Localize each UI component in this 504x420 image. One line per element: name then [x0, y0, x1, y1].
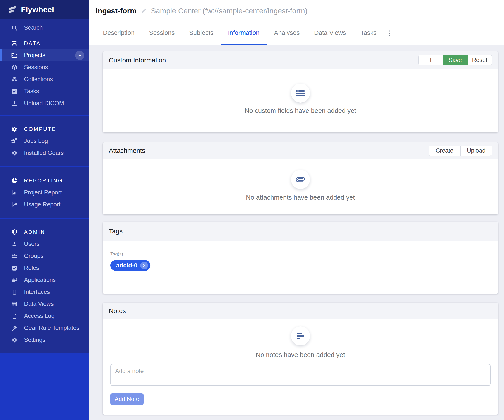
flywheel-app: Flywheel Search [0, 0, 504, 420]
sidebar-item-roles[interactable]: Roles [0, 262, 89, 274]
tab-analyses[interactable]: Analyses [267, 22, 307, 45]
tags-input[interactable] [110, 275, 491, 276]
list-icon [291, 84, 310, 103]
sidebar-item-label: Collections [24, 76, 53, 83]
tab-tasks[interactable]: Tasks [353, 22, 384, 45]
sidebar-item-label: Installed Gears [24, 150, 64, 157]
sidebar-item-label: Data Views [24, 301, 54, 307]
main-area: ingest-form Sample Center (fw://sample-c… [89, 0, 504, 420]
tab-sessions[interactable]: Sessions [142, 22, 182, 45]
gavel-icon [11, 325, 18, 331]
sidebar-item-sessions[interactable]: Sessions [0, 61, 89, 73]
gear-icon [11, 126, 18, 132]
sidebar-item-gear-rule-templates[interactable]: Gear Rule Templates [0, 322, 89, 334]
more-tabs-kebab-icon[interactable] [384, 22, 396, 45]
sidebar-section-compute: COMPUTE Jobs Log [0, 116, 89, 166]
sidebar-section-data: Search DATA [0, 19, 89, 115]
sidebar-item-label: Access Log [24, 313, 55, 319]
attachments-actions: Create Upload [429, 146, 492, 156]
sidebar: Flywheel Search [0, 0, 89, 420]
sidebar-item-label: Settings [24, 337, 45, 344]
notes-card: Notes No notes have been added yet [103, 303, 498, 414]
sidebar-item-jobs-log[interactable]: Jobs Log [0, 135, 89, 147]
sidebar-item-applications[interactable]: Applications [0, 274, 89, 286]
sidebar-item-collections[interactable]: Collections [0, 73, 89, 85]
create-button[interactable]: Create [429, 146, 460, 156]
empty-state-text: No custom fields have been added yet [245, 107, 356, 114]
sidebar-item-usage-report[interactable]: Usage Report [0, 198, 89, 210]
line-chart-icon [11, 202, 18, 208]
add-note-textarea[interactable] [110, 364, 491, 386]
sidebar-item-installed-gears[interactable]: Installed Gears [0, 147, 89, 159]
remove-tag-icon[interactable] [140, 262, 148, 269]
sidebar-item-label: Roles [24, 265, 39, 271]
folder-open-icon [11, 52, 18, 59]
empty-state-text: No notes have been added yet [256, 351, 345, 358]
document-icon [11, 313, 18, 319]
tab-subjects[interactable]: Subjects [182, 22, 221, 45]
sidebar-item-label: Groups [24, 253, 43, 259]
sidebar-item-label: Users [24, 241, 40, 247]
sidebar-section-header-data: DATA [0, 37, 89, 49]
sidebar-item-groups[interactable]: Groups [0, 250, 89, 262]
sidebar-item-tasks[interactable]: Tasks [0, 85, 89, 97]
attachments-card: Attachments Create Upload [103, 142, 498, 215]
sidebar-section-label: ADMIN [24, 229, 45, 235]
upload-icon [11, 100, 18, 106]
pie-chart-icon [11, 178, 18, 184]
search-icon [11, 25, 18, 31]
tab-data-views[interactable]: Data Views [307, 22, 353, 45]
tab-information[interactable]: Information [221, 22, 267, 45]
check-square-icon [11, 265, 18, 271]
reset-button[interactable]: Reset [468, 55, 492, 65]
paperclip-icon [291, 170, 310, 189]
sidebar-item-label: Tasks [24, 88, 39, 95]
bar-chart-icon [11, 190, 18, 196]
sidebar-item-label: Interfaces [24, 289, 50, 295]
custom-information-card: Custom Information + Save Reset [103, 52, 498, 132]
sidebar-section-label: DATA [24, 40, 41, 47]
sidebar-item-label: Search [24, 24, 43, 31]
add-note-button[interactable]: Add Note [110, 393, 144, 405]
sidebar-item-search[interactable]: Search [0, 22, 89, 34]
sidebar-section-admin: ADMIN Users [0, 219, 89, 353]
edit-pencil-icon[interactable] [141, 8, 147, 14]
sidebar-item-projects[interactable]: Projects [0, 49, 89, 61]
page-title: ingest-form [96, 6, 137, 15]
add-field-button[interactable]: + [418, 55, 443, 65]
notes-header: Notes [103, 303, 498, 319]
applications-icon [11, 277, 18, 283]
sidebar-item-label: Usage Report [24, 201, 60, 208]
card-title: Custom Information [109, 57, 166, 64]
tab-description[interactable]: Description [96, 22, 142, 45]
sidebar-item-label: Jobs Log [24, 138, 48, 145]
attachments-body: No attachments have been added yet [103, 159, 498, 215]
shield-icon [11, 229, 18, 235]
cubes-icon [11, 76, 18, 83]
card-title: Attachments [109, 147, 145, 154]
notes-body: No notes have been added yet Add Note [103, 319, 498, 414]
sidebar-item-upload-dicom[interactable]: Upload DICOM [0, 97, 89, 109]
sidebar-item-label: Upload DICOM [24, 100, 64, 107]
sidebar-item-access-log[interactable]: Access Log [0, 310, 89, 322]
sidebar-item-data-views[interactable]: Data Views [0, 298, 89, 310]
gears-icon [11, 138, 18, 145]
logo[interactable]: Flywheel [0, 0, 89, 19]
upload-button[interactable]: Upload [460, 146, 492, 156]
save-button[interactable]: Save [443, 55, 468, 65]
sidebar-item-settings[interactable]: Settings [0, 334, 89, 346]
sidebar-section-label: COMPUTE [24, 126, 56, 132]
sidebar-item-label: Projects [24, 52, 45, 59]
attachments-header: Attachments Create Upload [103, 142, 498, 159]
sidebar-item-label: Gear Rule Templates [24, 325, 79, 331]
tags-card: Tags Tag(s) adcid-0 [103, 222, 498, 294]
sidebar-item-interfaces[interactable]: Interfaces [0, 286, 89, 298]
sidebar-item-project-report[interactable]: Project Report [0, 187, 89, 198]
tab-bar: Description Sessions Subjects Informatio… [89, 22, 504, 45]
tag-chip[interactable]: adcid-0 [110, 260, 150, 271]
project-header: ingest-form Sample Center (fw://sample-c… [89, 0, 504, 22]
card-title: Tags [109, 228, 123, 235]
chevron-down-icon[interactable] [75, 51, 84, 60]
sidebar-item-label: Applications [24, 277, 56, 283]
sidebar-item-users[interactable]: Users [0, 238, 89, 250]
